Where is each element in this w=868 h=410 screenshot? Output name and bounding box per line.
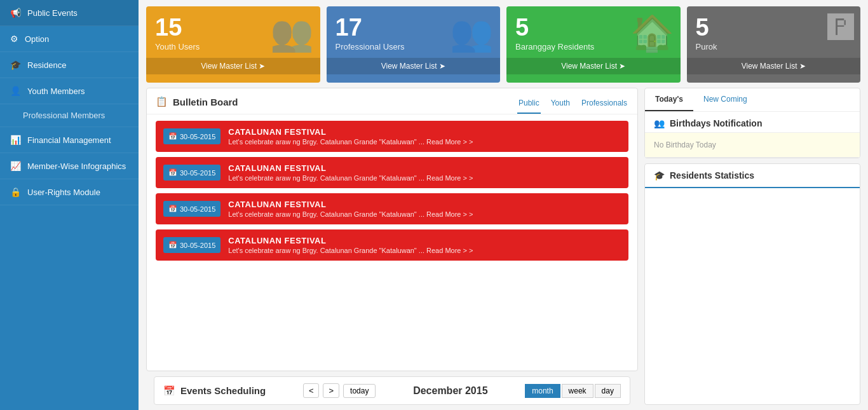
tab-professionals[interactable]: Professionals — [580, 95, 628, 114]
event-desc: Let's celebrate araw ng Brgy. Catalunan … — [228, 247, 473, 254]
calendar-small-icon: 📅 — [168, 205, 177, 213]
sidebar-item-label: Youth Members — [27, 86, 85, 96]
sidebar: 📢 Public Events ⚙ Option 🎓 Residence 👤 Y… — [0, 0, 139, 410]
event-card[interactable]: 📅 30-05-2015 CATALUNAN FESTIVAL Let's ce… — [156, 121, 628, 152]
stat-card-purok: 5 Purok 🅿 View Master List ➤ — [687, 6, 861, 83]
event-date-badge: 📅 30-05-2015 — [163, 201, 220, 217]
calendar-small-icon: 📅 — [168, 168, 177, 177]
sidebar-item-label: Option — [25, 34, 49, 44]
birthday-icon: 👥 — [654, 118, 665, 128]
event-title: CATALUNAN FESTIVAL — [228, 163, 473, 173]
sidebar-item-label: User-Rights Module — [27, 188, 100, 197]
professional-users-icon: 👥 — [450, 13, 494, 54]
bulletin-header: 📋 Bulletin Board Public Youth Profession… — [147, 88, 637, 114]
events-scheduling-header: 📅 Events Scheduling < > today December 2… — [163, 383, 621, 398]
sidebar-item-public-events[interactable]: 📢 Public Events — [0, 0, 139, 26]
purok-view-link[interactable]: View Master List ➤ — [687, 58, 861, 74]
residents-section: 🎓 Residents Statistics — [644, 163, 860, 405]
youth-users-view-link[interactable]: View Master List ➤ — [146, 58, 320, 74]
residence-icon: 🎓 — [10, 60, 21, 70]
content-area: 📋 Bulletin Board Public Youth Profession… — [139, 88, 868, 410]
birthdays-section: Today's New Coming 👥 Birthdays Notificat… — [644, 88, 860, 158]
infographics-icon: 📈 — [10, 161, 21, 171]
event-date: 30-05-2015 — [180, 133, 215, 140]
baranggay-residents-icon: 🏠 — [630, 13, 674, 54]
sidebar-item-label: Member-Wise Infographics — [27, 161, 126, 171]
tab-public[interactable]: Public — [517, 95, 541, 114]
bulletin-body: 📅 30-05-2015 CATALUNAN FESTIVAL Let's ce… — [147, 114, 637, 371]
main-content: 15 Youth Users 👥 View Master List ➤ 17 P… — [139, 0, 868, 410]
event-title: CATALUNAN FESTIVAL — [228, 200, 473, 209]
cal-prev-btn[interactable]: < — [303, 383, 320, 398]
cal-month-label: December 2015 — [413, 385, 487, 397]
calendar-icon: 📅 — [163, 385, 175, 397]
events-scheduling-title: 📅 Events Scheduling — [163, 385, 266, 397]
sidebar-item-label: Residence — [27, 60, 66, 70]
bulletin-icon: 📋 — [156, 96, 168, 107]
sidebar-item-label: Professional Members — [23, 111, 105, 120]
event-title: CATALUNAN FESTIVAL — [228, 236, 473, 245]
cal-today-btn[interactable]: today — [343, 384, 376, 398]
calendar-small-icon: 📅 — [168, 132, 177, 140]
events-scheduling: 📅 Events Scheduling < > today December 2… — [154, 376, 630, 405]
purok-label: Purok — [696, 42, 852, 51]
sidebar-item-option[interactable]: ⚙ Option — [0, 26, 139, 52]
event-date-badge: 📅 30-05-2015 — [163, 128, 220, 144]
purok-icon: 🅿 — [827, 13, 854, 43]
user-rights-icon: 🔒 — [10, 187, 21, 197]
event-desc: Let's celebrate araw ng Brgy. Catalunan … — [228, 174, 473, 182]
event-date: 30-05-2015 — [180, 169, 215, 177]
event-info: CATALUNAN FESTIVAL Let's celebrate araw … — [228, 236, 473, 254]
bulletin-title: 📋 Bulletin Board — [156, 96, 238, 113]
event-desc: Let's celebrate araw ng Brgy. Catalunan … — [228, 138, 473, 146]
event-desc: Let's celebrate araw ng Brgy. Catalunan … — [228, 210, 473, 218]
sidebar-item-user-rights-module[interactable]: 🔒 User-Rights Module — [0, 179, 139, 205]
stat-card-professional-users: 17 Professional Users 👥 View Master List… — [327, 6, 501, 83]
financial-icon: 📊 — [10, 135, 21, 145]
stat-card-youth-users: 15 Youth Users 👥 View Master List ➤ — [146, 6, 320, 83]
sidebar-item-member-wise-infographics[interactable]: 📈 Member-Wise Infographics — [0, 153, 139, 179]
youth-users-icon: 👥 — [270, 13, 314, 54]
event-date: 30-05-2015 — [180, 242, 215, 249]
bulletin-board: 📋 Bulletin Board Public Youth Profession… — [146, 88, 638, 371]
event-info: CATALUNAN FESTIVAL Let's celebrate araw … — [228, 200, 473, 218]
sidebar-item-label: Public Events — [27, 8, 78, 18]
tab-todays[interactable]: Today's — [645, 88, 693, 111]
baranggay-residents-view-link[interactable]: View Master List ➤ — [506, 58, 681, 74]
event-title: CATALUNAN FESTIVAL — [228, 127, 473, 137]
birthdays-header: Today's New Coming — [645, 88, 860, 112]
tab-new-coming[interactable]: New Coming — [693, 88, 757, 111]
bulletin-tabs: Public Youth Professionals — [517, 95, 628, 114]
professional-users-view-link[interactable]: View Master List ➤ — [327, 58, 501, 74]
event-card[interactable]: 📅 30-05-2015 CATALUNAN FESTIVAL Let's ce… — [156, 229, 628, 261]
sidebar-item-youth-members[interactable]: 👤 Youth Members — [0, 78, 139, 104]
cal-view-day[interactable]: day — [595, 384, 621, 398]
sidebar-item-label: Financial Management — [27, 135, 111, 145]
event-card[interactable]: 📅 30-05-2015 CATALUNAN FESTIVAL Let's ce… — [156, 157, 628, 188]
option-icon: ⚙ — [10, 34, 18, 44]
event-info: CATALUNAN FESTIVAL Let's celebrate araw … — [228, 163, 473, 182]
event-date-badge: 📅 30-05-2015 — [163, 165, 220, 181]
cal-view-btns: month week day — [525, 384, 621, 398]
sidebar-item-residence[interactable]: 🎓 Residence — [0, 52, 139, 78]
tab-youth[interactable]: Youth — [550, 95, 571, 114]
calendar-small-icon: 📅 — [168, 241, 177, 249]
event-date: 30-05-2015 — [180, 205, 215, 213]
event-card[interactable]: 📅 30-05-2015 CATALUNAN FESTIVAL Let's ce… — [156, 193, 628, 224]
cal-view-week[interactable]: week — [562, 384, 593, 398]
right-panel: Today's New Coming 👥 Birthdays Notificat… — [644, 88, 860, 405]
stat-cards: 15 Youth Users 👥 View Master List ➤ 17 P… — [139, 0, 868, 88]
cal-next-btn[interactable]: > — [323, 383, 339, 398]
sidebar-item-financial-management[interactable]: 📊 Financial Management — [0, 127, 139, 153]
public-events-icon: 📢 — [10, 8, 21, 18]
residents-icon: 🎓 — [654, 170, 665, 181]
cal-view-month[interactable]: month — [525, 384, 560, 398]
calendar-nav: < > today — [303, 383, 376, 398]
youth-members-icon: 👤 — [10, 86, 21, 96]
event-date-badge: 📅 30-05-2015 — [163, 237, 220, 253]
residents-header: 🎓 Residents Statistics — [645, 164, 860, 188]
birthdays-title-row: 👥 Birthdays Notification — [645, 112, 860, 133]
stat-card-baranggay-residents: 5 Baranggay Residents 🏠 View Master List… — [506, 6, 681, 83]
no-birthday-text: No Birthday Today — [645, 133, 860, 158]
sidebar-item-professional-members[interactable]: Professional Members — [0, 104, 139, 127]
